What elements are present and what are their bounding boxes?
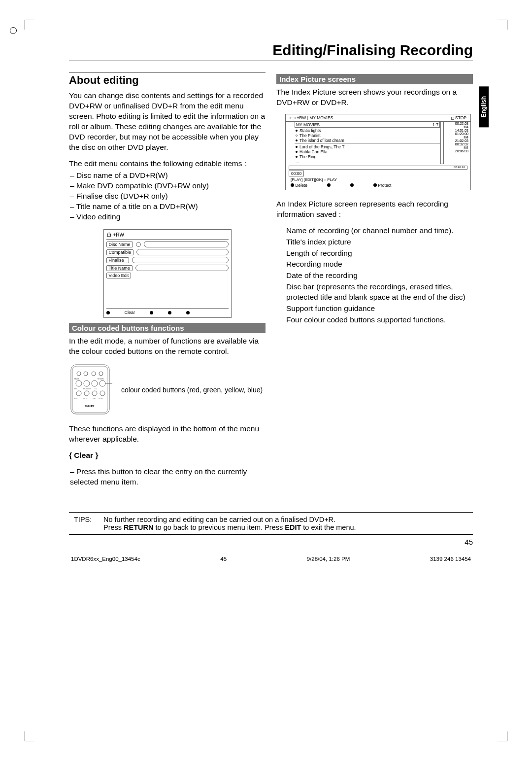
list-item: Recording mode [286, 259, 473, 270]
idx-top-right: STOP [455, 115, 466, 120]
list-item: Disc name of a DVD+R(W) [70, 171, 266, 181]
menu-row: Disc Name [106, 242, 133, 247]
entry-field [144, 241, 229, 247]
idx-item-name: The Pianist [299, 133, 321, 138]
idx-delete: Delete [295, 183, 307, 188]
disc-bar: 02:20:16 [289, 166, 467, 170]
idx-item-name: The Ring [299, 154, 317, 159]
crop-mark [498, 731, 507, 741]
remote-illustration: PAUSERETURN RECREC MODET/C EDITSELECTDIM… [69, 363, 112, 417]
idx-item-time: 21:02:03 [446, 139, 468, 142]
svg-text:PHILIPS: PHILIPS [85, 405, 95, 408]
idx-list-hdr-r: 1-7 [432, 122, 438, 127]
idx-item-mode: M4 [446, 146, 468, 149]
entry-field [136, 249, 228, 255]
svg-text:T/C: T/C [95, 388, 98, 390]
svg-point-16 [84, 391, 89, 396]
scrollbar [440, 122, 444, 164]
list-item: Support function guidance [286, 304, 473, 314]
colour-buttons-heading: Colour coded buttons functions [69, 323, 266, 333]
footer-code: 3139 246 13454 [430, 556, 471, 562]
crop-mark [25, 20, 34, 30]
svg-text:DIM: DIM [93, 398, 96, 400]
idx-item-name: Lord of the Rings, The T [299, 144, 344, 149]
crop-mark [25, 731, 34, 741]
page-title: Editing/Finalising Recording [69, 42, 473, 61]
svg-point-9 [100, 380, 105, 386]
functions-display-text: These functions are displayed in the bot… [69, 424, 266, 445]
svg-point-2 [77, 372, 81, 376]
list-item: Make DVD compatible (DVD+RW only) [70, 181, 266, 191]
svg-text:PAUSE: PAUSE [74, 378, 79, 380]
disc-icon [290, 117, 296, 119]
edit-menu-intro: The edit menu contains the following edi… [69, 159, 266, 169]
idx-item-name: ... [296, 159, 299, 164]
list-item: Finalise disc (DVD+R only) [70, 191, 266, 202]
edit-menu-diagram: ⏻+RW Disc Name Compatible Finalise Title… [103, 229, 232, 318]
svg-text:SELECT: SELECT [83, 398, 89, 400]
svg-point-17 [92, 391, 97, 396]
tips-box: TIPS: No further recording and editing c… [69, 512, 473, 535]
footer-file: 1DVDR6xx_Eng00_13454c [71, 556, 140, 562]
idx-item-time: 00:32:02 [446, 142, 468, 146]
clear-heading: { Clear } [69, 450, 266, 461]
svg-point-18 [100, 391, 105, 396]
svg-point-6 [76, 380, 82, 386]
disc-time: 02:20:16 [454, 166, 465, 169]
menu-row: Title Name [106, 265, 133, 271]
crop-mark [498, 20, 507, 30]
svg-text:REC: REC [74, 388, 78, 390]
svg-point-5 [99, 372, 103, 376]
idx-item-name: The island of lost dream [299, 138, 344, 143]
idx-item-mode: M4 [446, 125, 468, 129]
entry-field [132, 257, 229, 263]
list-item: Disc bar (represents the recordings, era… [286, 282, 473, 303]
menu-row: Video Edit [106, 273, 132, 278]
remote-caption: colour coded buttons (red, green, yellow… [121, 386, 263, 394]
idx-guide: [PLAY] [EDIT][OK] = PLAY [291, 177, 470, 182]
about-editing-heading: About editing [69, 72, 266, 87]
svg-point-3 [84, 372, 88, 376]
power-icon: ⏻ [106, 232, 111, 238]
about-editing-p1: You can change disc contents and setting… [69, 91, 266, 153]
idx-item-time: 14:01:03 [446, 129, 468, 132]
idx-item-mode: M4 [446, 136, 468, 139]
tips-label: TIPS: [74, 516, 94, 531]
index-picture-heading: Index Picture screens [276, 74, 473, 84]
idx-item-name: Static lights [299, 128, 321, 133]
svg-text:REC MODE: REC MODE [83, 388, 91, 390]
svg-text:EDIT: EDIT [74, 398, 78, 400]
selector-icon [136, 242, 141, 247]
svg-text:RETURN: RETURN [98, 378, 104, 380]
page-number: 45 [69, 538, 473, 546]
menu-row: Compatible [106, 249, 134, 255]
index-intro: The Index Picture screen shows your reco… [276, 87, 473, 108]
idx-timecode: 00:00 [289, 171, 304, 176]
idx-item-name: Habla Con Ella [299, 149, 328, 154]
idx-item-time: 00:22:08 [446, 122, 468, 125]
editable-items-list: Disc name of a DVD+R(W) Make DVD compati… [69, 171, 266, 222]
tips-line2: Press RETURN to go back to previous menu… [103, 523, 356, 531]
list-item: Four colour coded buttons supported func… [286, 315, 473, 325]
footer-date: 9/28/04, 1:26 PM [307, 556, 350, 562]
edit-menu-header: +RW [113, 232, 124, 238]
stop-icon [451, 117, 454, 120]
idx-item-time: 28:06:03 [446, 149, 468, 153]
svg-point-4 [92, 372, 96, 376]
clear-text: Press this button to clear the entry on … [70, 467, 266, 487]
index-picture-diagram: +RW | MY MOVIES STOP MY MOVIES1-7 Static… [285, 114, 471, 190]
tips-line1: No further recording and editing can be … [103, 516, 356, 523]
entry-field [135, 265, 229, 271]
registration-mark [10, 27, 17, 34]
idx-top-left: +RW | MY MOVIES [297, 115, 333, 120]
index-fields-list: Name of recording (or channel number and… [276, 226, 473, 325]
svg-point-15 [76, 391, 81, 396]
language-tab: English [479, 86, 489, 127]
clear-label: Clear [125, 310, 135, 315]
list-item: Date of the recording [286, 271, 473, 281]
list-item: Title name of a title on a DVD+R(W) [70, 202, 266, 212]
list-item: Length of recording [286, 248, 473, 259]
svg-point-8 [92, 380, 98, 386]
svg-text:SCAN: SCAN [99, 398, 102, 400]
colour-buttons-text: In the edit mode, a number of functions … [69, 336, 266, 357]
